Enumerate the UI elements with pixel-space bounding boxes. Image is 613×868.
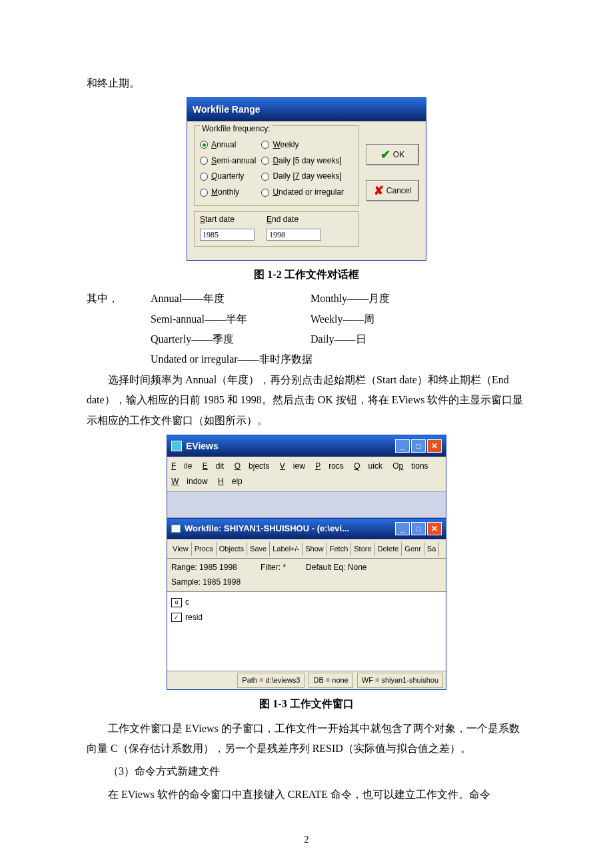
workfile-icon	[171, 525, 181, 533]
sample-text: Sample: 1985 1998	[171, 575, 241, 590]
tb-delete[interactable]: Delete	[375, 542, 402, 556]
app-titlebar: EViews _ □ ✕	[167, 435, 446, 457]
para-cmd-heading: （3）命令方式新建文件	[87, 761, 526, 781]
close-button[interactable]: ✕	[427, 439, 442, 453]
coef-icon: α	[171, 598, 182, 607]
menu-quick[interactable]: Quick	[354, 461, 382, 471]
status-path: Path = d:\eviews3	[237, 673, 305, 688]
status-bar: Path = d:\eviews3 DB = none WF = shiyan1…	[167, 671, 446, 689]
menu-view[interactable]: View	[280, 461, 305, 471]
inner-minimize-button[interactable]: _	[395, 522, 410, 535]
radio-daily7[interactable]: Daily [7 day weeks]	[261, 169, 344, 184]
radio-annual[interactable]: Annual	[200, 137, 256, 153]
menu-edit[interactable]: Edit	[203, 461, 225, 471]
inner-close-button[interactable]: ✕	[427, 522, 442, 535]
check-icon: ✔	[380, 143, 390, 166]
figure-1-2-caption: 图 1-2 工作文件对话框	[87, 265, 526, 285]
status-wf: WF = shiyan1-shuishou	[357, 673, 443, 688]
radio-daily5[interactable]: Daily [5 day weeks]	[261, 153, 344, 169]
menu-objects[interactable]: Objects	[235, 461, 270, 471]
workfile-window: Workfile: SHIYAN1-SHUISHOU - (e:\evi... …	[167, 518, 446, 689]
tb-genr[interactable]: Genr	[402, 542, 424, 556]
object-resid[interactable]: ✓resid	[171, 610, 442, 625]
range-text: Range: 1985 1998	[171, 560, 241, 575]
menu-file[interactable]: File	[171, 461, 192, 471]
para-workfile-desc: 工作文件窗口是 EViews 的子窗口，工作文件一开始其中就包含了两个对象，一个…	[87, 719, 526, 759]
cancel-button[interactable]: ✘Cancel	[366, 180, 419, 201]
tb-show[interactable]: Show	[303, 542, 327, 556]
para-cmd-body: 在 EViews 软件的命令窗口中直接键入 CREATE 命令，也可以建立工作文…	[87, 785, 526, 805]
menu-bar: File Edit Objects View Procs Quick Optio…	[167, 457, 446, 491]
status-db: DB = none	[308, 673, 352, 688]
start-date-input[interactable]: 1985	[200, 229, 255, 241]
tb-objects[interactable]: Objects	[217, 542, 247, 556]
minimize-button[interactable]: _	[395, 439, 410, 453]
radio-quarterly[interactable]: Quarterly	[200, 169, 256, 184]
menu-options[interactable]: Options	[392, 461, 428, 471]
menu-window[interactable]: Window	[171, 477, 208, 486]
menu-help[interactable]: Help	[218, 477, 243, 486]
tb-save[interactable]: Save	[247, 542, 270, 556]
radio-weekly[interactable]: Weekly	[261, 137, 344, 153]
page-number: 2	[0, 831, 613, 849]
object-c[interactable]: αc	[171, 595, 442, 610]
defeq-text: Default Eq: None	[306, 560, 366, 591]
dialog-titlebar: Workfile Range	[187, 98, 426, 121]
start-date-label: Start date	[200, 212, 255, 227]
inner-maximize-button[interactable]: □	[411, 522, 426, 535]
tb-store[interactable]: Store	[351, 542, 374, 556]
workfile-toolbar: View Procs Objects Save Label+/- Show Fe…	[167, 539, 446, 559]
radio-undated[interactable]: Undated or irregular	[261, 185, 344, 200]
filter-text: Filter: *	[261, 560, 286, 591]
series-icon: ✓	[171, 613, 182, 622]
tb-view[interactable]: View	[170, 542, 192, 556]
frequency-group: Workfile frequency: Annual Semi-annual Q…	[194, 125, 359, 206]
tb-label[interactable]: Label+/-	[270, 542, 303, 556]
intro-line: 和终止期。	[87, 73, 526, 93]
radio-monthly[interactable]: Monthly	[200, 185, 256, 200]
menu-procs[interactable]: Procs	[315, 461, 344, 471]
command-area[interactable]	[167, 491, 446, 518]
tb-sample[interactable]: Sa	[424, 542, 439, 556]
date-group: Start date 1985 End date 1998	[194, 211, 359, 247]
tb-procs[interactable]: Procs	[192, 542, 217, 556]
defs-intro: 其中，	[87, 289, 151, 370]
workfile-content: αc ✓resid	[167, 592, 446, 671]
para-instructions: 选择时间频率为 Annual（年度），再分别点击起始期栏（Start date）…	[87, 370, 526, 431]
app-icon	[171, 441, 182, 451]
workfile-range-dialog: Workfile Range Workfile frequency: Annua…	[187, 97, 426, 260]
radio-semi-annual[interactable]: Semi-annual	[200, 153, 256, 169]
group-label: Workfile frequency:	[200, 121, 273, 137]
tb-fetch[interactable]: Fetch	[327, 542, 352, 556]
ok-button[interactable]: ✔OK	[366, 144, 419, 165]
eviews-main-window: EViews _ □ ✕ File Edit Objects View Proc…	[167, 435, 446, 690]
maximize-button[interactable]: □	[411, 439, 426, 453]
figure-1-3-caption: 图 1-3 工作文件窗口	[87, 694, 526, 714]
end-date-input[interactable]: 1998	[267, 229, 321, 241]
x-icon: ✘	[374, 179, 384, 202]
end-date-label: End date	[267, 212, 321, 227]
